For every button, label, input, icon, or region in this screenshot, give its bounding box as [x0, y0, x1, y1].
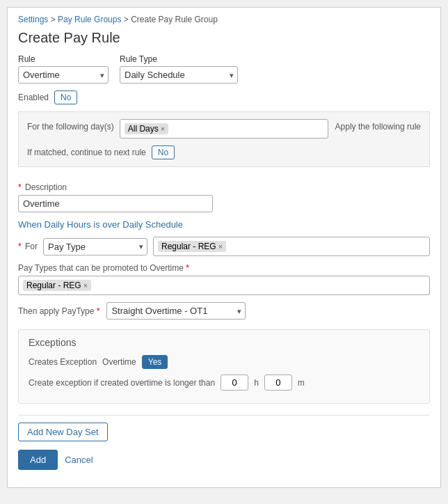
- if-matched-toggle[interactable]: No: [152, 145, 175, 159]
- main-container: Settings > Pay Rule Groups > Create Pay …: [7, 7, 441, 488]
- divider: [18, 415, 430, 416]
- rule-type-group: Rule Type Daily Schedule: [120, 54, 238, 84]
- breadcrumb: Settings > Pay Rule Groups > Create Pay …: [18, 15, 430, 24]
- promoted-row: Pay Types that can be promoted to Overti…: [18, 263, 430, 295]
- breadcrumb-current: Create Pay Rule Group: [131, 15, 218, 24]
- hours-input[interactable]: [221, 375, 248, 391]
- rule-type-select[interactable]: Daily Schedule: [120, 66, 238, 84]
- page-title: Create Pay Rule: [18, 30, 430, 46]
- apply-paytype-label: Then apply PayType *: [18, 306, 101, 316]
- creates-exception-name: Overtime: [102, 357, 136, 367]
- add-new-day-set-button[interactable]: Add New Day Set: [18, 423, 108, 441]
- white-section: * Description When Daily Hours is over D…: [18, 175, 430, 477]
- exceptions-section: Exceptions Creates Exception Overtime Ye…: [18, 329, 430, 404]
- for-dropdown-wrapper: Pay Type: [43, 238, 147, 255]
- promoted-tag-text: Regular - REG: [26, 281, 81, 290]
- add-button[interactable]: Add: [18, 450, 58, 470]
- exceptions-title: Exceptions: [29, 337, 419, 348]
- creates-exception-label: Creates Exception: [29, 357, 97, 367]
- promoted-label: Pay Types that can be promoted to Overti…: [18, 263, 430, 273]
- for-label: * For: [18, 242, 38, 251]
- promoted-tag-remove[interactable]: ×: [83, 281, 88, 290]
- enabled-row: Enabled No: [18, 90, 430, 104]
- for-following-days-label: For the following day(s): [27, 119, 114, 132]
- minutes-unit: m: [298, 378, 305, 388]
- for-row: * For Pay Type Regular - REG ×: [18, 237, 430, 256]
- continue-row: If matched, continue to next rule No: [27, 145, 421, 159]
- rule-type-label: Rule Type: [120, 54, 238, 64]
- exception-duration-row: Create exception if created overtime is …: [29, 375, 419, 391]
- days-input-box[interactable]: All Days ×: [120, 119, 328, 139]
- breadcrumb-settings[interactable]: Settings: [18, 15, 48, 24]
- rule-select-wrapper: Overtime: [18, 66, 109, 84]
- create-exception-if-label: Create exception if created overtime is …: [29, 378, 215, 388]
- for-pay-type-tag-text: Regular - REG: [161, 242, 216, 251]
- for-tag-input[interactable]: Regular - REG ×: [153, 237, 430, 256]
- apply-following-rule-label: Apply the following rule: [335, 119, 421, 132]
- all-days-tag-text: All Days: [128, 124, 159, 134]
- minutes-input[interactable]: [264, 375, 292, 391]
- description-label: * Description: [18, 182, 430, 192]
- if-matched-label: If matched, continue to next rule: [27, 148, 146, 157]
- promoted-tag: Regular - REG ×: [23, 280, 91, 291]
- for-pay-type-remove[interactable]: ×: [218, 242, 223, 251]
- apply-paytype-row: Then apply PayType * Straight Overtime -…: [18, 302, 430, 320]
- description-group: * Description: [18, 182, 430, 212]
- days-section: For the following day(s) All Days × Appl…: [18, 111, 430, 167]
- rule-type-select-wrapper: Daily Schedule: [120, 66, 238, 84]
- enabled-toggle[interactable]: No: [54, 90, 77, 104]
- cancel-button[interactable]: Cancel: [65, 455, 93, 465]
- description-required: *: [18, 182, 22, 192]
- when-label: When Daily Hours is over Daily Schedule: [18, 219, 430, 230]
- all-days-remove[interactable]: ×: [161, 125, 165, 133]
- all-days-tag: All Days ×: [125, 123, 168, 134]
- description-input[interactable]: [18, 195, 213, 212]
- rule-group: Rule Overtime: [18, 54, 109, 84]
- for-dropdown-select[interactable]: Pay Type: [43, 238, 147, 255]
- enabled-label: Enabled: [18, 93, 49, 102]
- breadcrumb-pay-rule-groups[interactable]: Pay Rule Groups: [58, 15, 121, 24]
- creates-exception-row: Creates Exception Overtime Yes: [29, 355, 419, 369]
- paytype-select-wrapper: Straight Overtime - OT1: [106, 302, 246, 320]
- for-pay-type-tag: Regular - REG ×: [158, 241, 226, 252]
- days-row: For the following day(s) All Days × Appl…: [27, 119, 421, 139]
- promoted-tag-input[interactable]: Regular - REG ×: [18, 276, 430, 295]
- hours-unit: h: [254, 378, 259, 388]
- rule-ruletype-row: Rule Overtime Rule Type Daily Schedule: [18, 54, 430, 84]
- paytype-select[interactable]: Straight Overtime - OT1: [106, 302, 246, 320]
- rule-select[interactable]: Overtime: [18, 66, 109, 84]
- rule-label: Rule: [18, 54, 109, 64]
- action-row: Add Cancel: [18, 450, 430, 470]
- creates-exception-toggle[interactable]: Yes: [142, 355, 168, 369]
